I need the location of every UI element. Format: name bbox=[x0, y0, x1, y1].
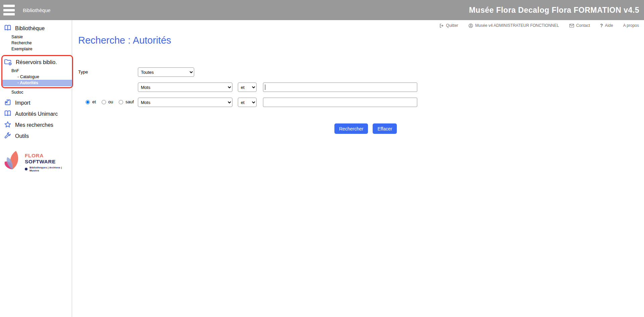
criterion-row-2: et ou sauf Mots et bbox=[78, 98, 644, 107]
dot-icon bbox=[25, 168, 28, 170]
topbar-module-label: Bibliothèque bbox=[23, 7, 51, 13]
question-mark-icon: ? bbox=[600, 23, 603, 28]
sidebar-item-mes-recherches[interactable]: Mes recherches bbox=[0, 119, 72, 130]
sidebar-item-bibliotheque[interactable]: Bibliothèque bbox=[0, 23, 72, 34]
open-book-icon bbox=[4, 110, 11, 118]
mail-icon bbox=[569, 23, 574, 28]
page-title: Recherche : Autorités bbox=[78, 35, 644, 46]
operator-select-1[interactable]: et bbox=[238, 83, 257, 92]
boolean-radio-group: et ou sauf bbox=[78, 98, 138, 104]
sidebar-item-reservoirs[interactable]: Réservoirs biblio. bbox=[2, 57, 72, 68]
main-content: Quitter Musée v4 ADMINISTRATEUR FONCTION… bbox=[72, 20, 644, 317]
search-term-input-1[interactable] bbox=[263, 83, 417, 92]
sidebar-item-saisie[interactable]: Saisie bbox=[0, 34, 72, 40]
criterion-select-2[interactable]: Mots bbox=[138, 98, 232, 107]
clear-button[interactable]: Effacer bbox=[373, 123, 397, 134]
user-account-link[interactable]: Musée v4 ADMINISTRATEUR FONCTIONNEL bbox=[468, 23, 559, 28]
radio-ou[interactable] bbox=[102, 100, 106, 104]
annotation-box: Réservoirs biblio. BnF - Catalogue - Aut… bbox=[1, 55, 73, 88]
wrench-icon bbox=[4, 132, 11, 141]
logout-icon bbox=[439, 23, 444, 28]
sidebar-item-label: Outils bbox=[15, 133, 29, 139]
type-select[interactable]: Toutes bbox=[138, 67, 194, 77]
criterion-row-1: Mots et bbox=[78, 83, 644, 92]
radio-sauf-label[interactable]: sauf bbox=[117, 99, 134, 104]
folder-network-icon bbox=[4, 58, 12, 67]
top-bar: Bibliothèque Musée Flora Decalog Flora F… bbox=[0, 0, 644, 20]
star-icon bbox=[4, 121, 11, 129]
quit-link[interactable]: Quitter bbox=[439, 23, 458, 28]
user-icon bbox=[468, 23, 473, 28]
utility-bar: Quitter Musée v4 ADMINISTRATEUR FONCTION… bbox=[439, 23, 639, 28]
open-book-icon bbox=[4, 24, 11, 33]
criterion-select-1[interactable]: Mots bbox=[138, 83, 232, 92]
help-link[interactable]: ? Aide bbox=[600, 23, 613, 28]
sidebar-item-label: Import bbox=[15, 100, 30, 106]
sidebar-item-bnf-autorites-selected[interactable]: - Autorités bbox=[2, 80, 72, 86]
radio-et[interactable] bbox=[86, 100, 90, 104]
logo-tagline: Bibliothèques | Archives | Musées bbox=[25, 166, 72, 172]
menu-icon[interactable] bbox=[3, 5, 15, 15]
butterfly-logo-icon bbox=[3, 149, 22, 176]
sidebar-item-sudoc[interactable]: Sudoc bbox=[0, 89, 72, 95]
radio-ou-label[interactable]: ou bbox=[100, 99, 113, 104]
sidebar-item-label: Autorités Unimarc bbox=[15, 111, 58, 117]
sidebar-item-label: Bibliothèque bbox=[15, 25, 45, 32]
sidebar-item-recherche[interactable]: Recherche bbox=[0, 40, 72, 46]
sidebar: Bibliothèque Saisie Recherche Exemplaire… bbox=[0, 20, 72, 317]
sidebar-item-import[interactable]: Import bbox=[0, 97, 72, 108]
about-link[interactable]: A propos bbox=[623, 23, 639, 28]
radio-et-label[interactable]: et bbox=[84, 99, 96, 104]
operator-select-2[interactable]: et bbox=[238, 98, 257, 107]
sidebar-item-bnf-catalogue[interactable]: - Catalogue bbox=[2, 74, 72, 80]
form-actions: Rechercher Effacer bbox=[334, 123, 644, 134]
logo-wordmark: FLORA SOFTWARE bbox=[25, 153, 56, 164]
app-title: Musée Flora Decalog Flora FORMATION v4.5 bbox=[469, 0, 639, 20]
sidebar-item-bnf[interactable]: BnF bbox=[2, 68, 72, 74]
search-form: Type Toutes Mots et et bbox=[78, 67, 644, 134]
type-label: Type bbox=[78, 67, 138, 74]
flora-software-logo: FLORA SOFTWARE Bibliothèques | Archives … bbox=[3, 149, 72, 176]
radio-sauf[interactable] bbox=[119, 100, 123, 104]
sidebar-item-label: Mes recherches bbox=[15, 122, 53, 128]
search-button[interactable]: Rechercher bbox=[334, 123, 368, 134]
contact-link[interactable]: Contact bbox=[569, 23, 590, 28]
type-row: Type Toutes bbox=[78, 67, 644, 77]
sidebar-item-autorites-unimarc[interactable]: Autorités Unimarc bbox=[0, 108, 72, 119]
import-icon bbox=[4, 99, 11, 107]
search-term-input-2[interactable] bbox=[263, 98, 417, 107]
sidebar-item-outils[interactable]: Outils bbox=[0, 130, 72, 142]
sidebar-item-exemplaire[interactable]: Exemplaire bbox=[0, 46, 72, 52]
sidebar-item-label: Réservoirs biblio. bbox=[16, 59, 57, 65]
